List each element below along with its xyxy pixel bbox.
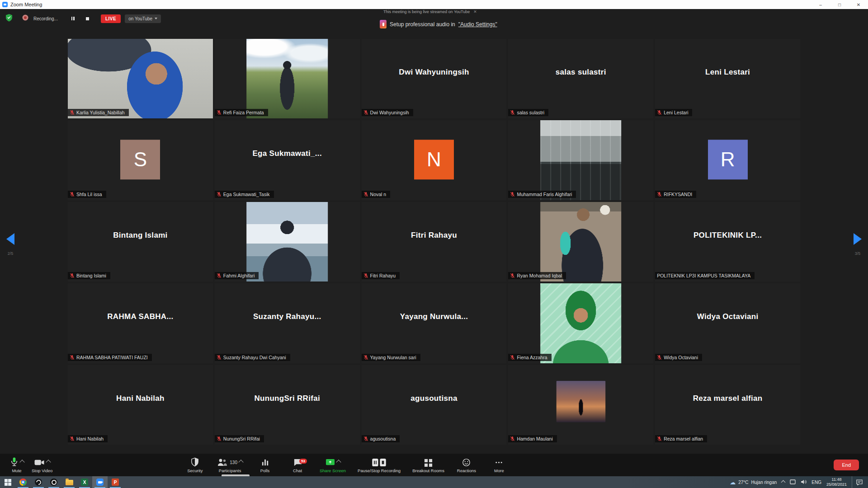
mic-muted-icon <box>363 436 368 441</box>
encryption-shield-icon[interactable] <box>5 14 13 23</box>
toolbar-polls-button[interactable]: Polls <box>255 457 275 473</box>
gallery-prev-button[interactable]: 2/5 <box>6 233 14 256</box>
toolbar-reactions-button[interactable]: Reactions <box>456 457 477 473</box>
participant-nameplate: salas sulastri <box>508 109 548 116</box>
participant-tile[interactable]: Hani NabilahHani Nabilah <box>68 365 213 445</box>
participant-grid: Karlia Yulistia_NabillahRefi Faiza Perma… <box>68 39 800 445</box>
participant-tile[interactable]: Suzanty Rahayu...Suzanty Rahayu Dwi Cahy… <box>215 283 360 363</box>
participant-tile[interactable]: POLITEKINIK LP...POLITEKNIK LP3I KAMPUS … <box>655 202 800 282</box>
taskbar-app-explorer[interactable] <box>61 476 77 488</box>
toolbar-chat-button[interactable]: Chat53 <box>287 457 308 473</box>
nameplate-text: Yayang Nurwulan sari <box>370 355 416 360</box>
participant-display-name: salas sulastri <box>508 68 653 77</box>
close-button[interactable]: ✕ <box>849 0 868 9</box>
audio-settings-link[interactable]: "Audio Settings" <box>458 21 497 28</box>
live-target-dropdown[interactable]: on YouTube <box>125 14 161 23</box>
chevron-up-icon[interactable] <box>336 460 341 465</box>
participant-tile[interactable]: Reza marsel alfianReza marsel alfian <box>655 365 800 445</box>
language-indicator[interactable]: ENG <box>811 480 821 485</box>
participant-nameplate: RIFKYSANDI <box>655 191 696 198</box>
participant-tile[interactable]: Ega Sukmawati_...Ega Sukmawati_Tasik <box>215 120 360 200</box>
toolbar-stop-video-button[interactable]: Stop Video <box>32 457 52 473</box>
tray-overflow-icon[interactable] <box>781 480 786 484</box>
taskbar-weather[interactable]: ☁ 27°C Hujan ringan <box>730 479 777 486</box>
toolbar-breakout-button[interactable]: Breakout Rooms <box>412 457 444 473</box>
volume-icon[interactable] <box>801 479 807 485</box>
chevron-up-icon[interactable] <box>19 460 24 465</box>
reactions-icon <box>462 458 471 467</box>
taskbar-app-obs[interactable] <box>31 476 46 488</box>
participant-tile[interactable]: agusoutisnaagusoutisna <box>362 365 507 445</box>
toolbar-button-label: Security <box>187 468 203 473</box>
participant-video <box>246 39 328 118</box>
participant-tile[interactable]: Bintang IslamiBintang Islami <box>68 202 213 282</box>
taskbar-app-excel[interactable]: X <box>77 476 92 488</box>
taskbar-app-zoom[interactable] <box>92 476 108 488</box>
participant-tile[interactable]: RRIFKYSANDI <box>655 120 800 200</box>
toolbar-share-button[interactable]: Share Screen <box>320 457 346 473</box>
taskbar-app-chrome[interactable] <box>15 476 31 488</box>
participant-tile[interactable]: Hamdan Maulani <box>508 365 653 445</box>
nameplate-text: Fiena Azzahra <box>517 355 547 360</box>
live-badge: LIVE <box>101 14 121 23</box>
taskbar-app-start[interactable] <box>0 476 15 488</box>
clock-time: 11:48 <box>826 477 847 482</box>
toolbar-more-button[interactable]: More <box>489 457 509 473</box>
tablet-mode-icon[interactable] <box>790 479 796 485</box>
toolbar-button-label: Participants <box>219 468 241 473</box>
participant-tile[interactable]: Refi Faiza Permata <box>215 39 360 118</box>
mic-muted-icon <box>657 192 662 197</box>
participant-tile[interactable]: Fiena Azzahra <box>508 283 653 363</box>
minimize-button[interactable]: – <box>811 0 830 9</box>
taskbar-app-powerpoint[interactable]: P <box>108 476 123 488</box>
mic-muted-icon <box>657 355 662 360</box>
participant-nameplate: Leni Lestari <box>655 109 692 116</box>
clock-date: 25/08/2021 <box>826 482 847 487</box>
participant-tile[interactable]: Dwi WahyuningsihDwi Wahyuningsih <box>362 39 507 118</box>
participant-tile[interactable]: NunungSri RRifaiNunungSri RRifai <box>215 365 360 445</box>
end-meeting-button[interactable]: End <box>834 460 859 470</box>
maximize-button[interactable]: □ <box>830 0 849 9</box>
recording-indicator-icon <box>22 14 28 23</box>
chevron-up-icon[interactable] <box>238 460 243 465</box>
participant-display-name: Fitri Rahayu <box>362 231 507 240</box>
action-center-icon[interactable] <box>852 476 866 488</box>
participant-tile[interactable]: RAHMA SABHA...RAHMA SABHA PATIWATI FAUZI <box>68 283 213 363</box>
participant-video <box>540 283 622 363</box>
participant-nameplate: Noval n <box>362 191 391 198</box>
participant-tile[interactable]: Fitri RahayuFitri Rahayu <box>362 202 507 282</box>
nameplate-text: NunungSri RRifai <box>223 436 260 441</box>
pause-recording-icon[interactable] <box>70 16 76 22</box>
participant-tile[interactable]: Fahmi Alghifari <box>215 202 360 282</box>
banner-close-icon[interactable]: ✕ <box>473 9 477 14</box>
participant-tile[interactable]: Leni LestariLeni Lestari <box>655 39 800 118</box>
participant-tile[interactable]: Muhammad Faris Alghifari <box>508 120 653 200</box>
participant-tile[interactable]: Karlia Yulistia_Nabillah <box>68 39 213 118</box>
audio-settings-banner: Setup professional audio in "Audio Setti… <box>380 20 497 28</box>
participant-tile[interactable]: Widya OctavianiWidya Octaviani <box>655 283 800 363</box>
nameplate-text: Reza marsel alfian <box>664 436 703 441</box>
participant-display-name: RAHMA SABHA... <box>68 312 213 321</box>
windows-taskbar: XP ☁ 27°C Hujan ringan ENG 11:48 25/08/2… <box>0 476 868 488</box>
toolbar-mute-button[interactable]: Mute <box>6 457 27 473</box>
participant-tile[interactable]: Ryan Mohamad Iqbal <box>508 202 653 282</box>
toolbar-security-button[interactable]: Security <box>184 457 205 473</box>
taskbar-app-oring[interactable] <box>46 476 61 488</box>
participant-tile[interactable]: NNoval n <box>362 120 507 200</box>
participant-video <box>540 120 622 200</box>
participant-tile[interactable]: salas sulastrisalas sulastri <box>508 39 653 118</box>
mic-muted-icon <box>510 436 515 441</box>
participant-tile[interactable]: Yayang Nurwula...Yayang Nurwulan sari <box>362 283 507 363</box>
mic-muted-icon <box>657 110 662 115</box>
participant-display-name: agusoutisna <box>362 394 507 403</box>
participant-nameplate: Ega Sukmawati_Tasik <box>215 191 274 198</box>
taskbar-clock[interactable]: 11:48 25/08/2021 <box>826 477 847 488</box>
stop-recording-icon[interactable] <box>85 16 90 22</box>
mic-icon <box>10 457 19 467</box>
toolbar-participants-button[interactable]: 130Participants <box>217 457 243 473</box>
chevron-up-icon[interactable] <box>46 460 51 465</box>
gallery-next-button[interactable]: 3/5 <box>854 233 862 256</box>
toolbar-recording-button[interactable]: Pause/Stop Recording <box>358 457 401 473</box>
participant-tile[interactable]: SShfa Lil issa <box>68 120 213 200</box>
nameplate-text: Shfa Lil issa <box>76 192 102 197</box>
